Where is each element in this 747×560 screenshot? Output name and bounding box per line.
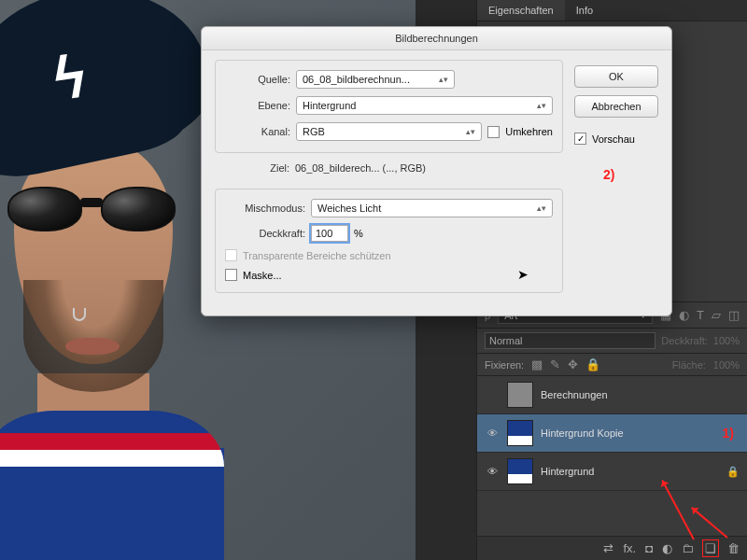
- annotation-arrow: [691, 507, 728, 539]
- annotation-1: 1): [723, 426, 734, 441]
- invert-label: Umkehren: [505, 126, 553, 137]
- filter-smart-icon[interactable]: ◫: [728, 308, 740, 322]
- layer-row[interactable]: 👁 Hintergrund Kopie 1): [477, 414, 747, 453]
- lock-row: Fixieren: ▩ ✎ ✥ 🔒 Fläche: 100%: [477, 354, 747, 376]
- dlg-opacity-label: Deckkraft:: [225, 228, 305, 239]
- lock-pixels-icon[interactable]: ✎: [550, 357, 560, 371]
- trash-icon[interactable]: 🗑: [727, 541, 740, 555]
- visibility-icon[interactable]: 👁: [485, 427, 500, 439]
- filter-adjust-icon[interactable]: ◐: [679, 308, 689, 322]
- visibility-icon[interactable]: 👁: [485, 466, 500, 477]
- filter-shape-icon[interactable]: ▱: [712, 308, 721, 322]
- cancel-button[interactable]: Abbrechen: [574, 95, 658, 118]
- opacity-label: Deckkraft:: [661, 335, 708, 346]
- lock-position-icon[interactable]: ✥: [568, 357, 578, 371]
- apply-image-dialog: Bildberechnungen Quelle: 06_08_bildberec…: [201, 26, 672, 316]
- cursor-icon: ➤: [517, 267, 529, 282]
- new-layer-icon[interactable]: ❏: [703, 540, 718, 556]
- mask-label: Maske...: [243, 270, 282, 281]
- layer-label: Ebene:: [225, 100, 290, 111]
- layer-select[interactable]: Hintergrund▴▾: [296, 96, 553, 115]
- blend-fieldset: Mischmodus: Weiches Licht▴▾ Deckkraft: 1…: [215, 189, 563, 293]
- fill-value[interactable]: 100%: [713, 359, 740, 371]
- layer-blend-row: Normal Deckkraft: 100%: [477, 329, 747, 354]
- annotation-2: 2): [603, 167, 614, 182]
- mask-checkbox[interactable]: [225, 269, 237, 281]
- layer-row[interactable]: Berechnungen: [477, 376, 747, 414]
- layers-bottom-bar: ⇄ fx. ◘ ◐ 🗀 ❏ 🗑: [477, 536, 747, 560]
- layer-name[interactable]: Berechnungen: [541, 389, 608, 400]
- layer-row[interactable]: 👁 Hintergrund 🔒: [477, 453, 747, 491]
- fill-label: Fläche:: [672, 359, 706, 371]
- layer-name[interactable]: Hintergrund: [541, 466, 594, 477]
- channel-select[interactable]: RGB▴▾: [296, 122, 482, 141]
- channel-label: Kanal:: [225, 126, 290, 137]
- dialog-title: Bildberechnungen: [202, 27, 671, 50]
- tab-info[interactable]: Info: [565, 0, 604, 21]
- ok-button[interactable]: OK: [574, 65, 658, 88]
- lock-all-icon[interactable]: 🔒: [585, 357, 600, 371]
- tab-eigenschaften[interactable]: Eigenschaften: [477, 0, 565, 21]
- mask-icon[interactable]: ◘: [645, 541, 653, 555]
- blendmode-select[interactable]: Weiches Licht▴▾: [311, 199, 553, 217]
- invert-checkbox[interactable]: [487, 126, 500, 138]
- link-icon[interactable]: ⇄: [603, 541, 613, 555]
- filter-type-icon[interactable]: T: [697, 308, 704, 322]
- target-value: 06_08_bilderech... (..., RGB): [295, 162, 426, 174]
- preview-label: Vorschau: [592, 133, 635, 145]
- adjustment-icon[interactable]: ◐: [662, 541, 672, 555]
- lock-transparency-icon[interactable]: ▩: [531, 357, 543, 371]
- panel-tabs: Eigenschaften Info: [477, 0, 747, 21]
- layer-thumb[interactable]: [507, 458, 533, 484]
- transparent-label: Transparente Bereiche schützen: [243, 250, 391, 261]
- source-select[interactable]: 06_08_bildberechnun...▴▾: [296, 70, 455, 89]
- lock-label: Fixieren:: [485, 359, 524, 371]
- blendmode-label: Mischmodus:: [225, 203, 305, 214]
- source-label: Quelle:: [225, 74, 290, 85]
- preview-checkbox[interactable]: [574, 133, 586, 145]
- opacity-value[interactable]: 100%: [713, 335, 740, 346]
- opacity-input[interactable]: 100: [311, 225, 348, 242]
- opacity-unit: %: [354, 228, 363, 239]
- layer-thumb[interactable]: [507, 382, 533, 408]
- layer-thumb[interactable]: [507, 420, 533, 446]
- lock-icon: 🔒: [726, 466, 740, 478]
- group-icon[interactable]: 🗀: [682, 541, 694, 555]
- transparent-checkbox: [225, 249, 237, 261]
- target-label: Ziel:: [224, 162, 289, 174]
- fx-icon[interactable]: fx.: [623, 541, 636, 555]
- layer-name[interactable]: Hintergrund Kopie: [541, 427, 624, 439]
- blend-mode-select[interactable]: Normal: [485, 332, 655, 349]
- source-fieldset: Quelle: 06_08_bildberechnun...▴▾ Ebene: …: [215, 60, 563, 153]
